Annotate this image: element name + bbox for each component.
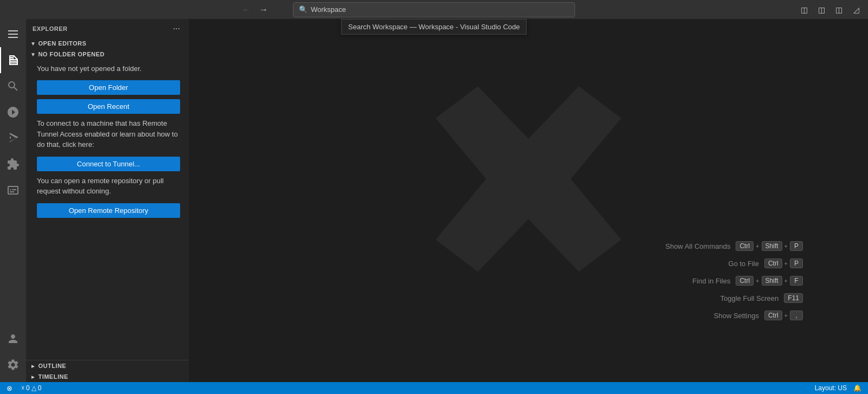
search-text: Workspace [311,5,569,14]
key-f-2: F [790,276,803,286]
key-ctrl-0: Ctrl [736,241,754,251]
activity-remote[interactable] [0,177,26,203]
open-folder-button[interactable]: Open Folder [37,80,180,95]
key-comma-4: , [790,311,803,320]
statusbar: ⊗ ☓ 0 △ 0 Layout: US 🔔 [0,382,868,394]
open-editors-header[interactable]: ▼ Open Editors [26,38,189,49]
outline-chevron: ► [30,363,36,369]
key-ctrl-4: Ctrl [764,311,782,320]
activity-extensions[interactable] [0,151,26,177]
shortcut-keys-4: Ctrl + , [764,311,803,320]
no-folder-header[interactable]: ▼ No Folder Opened [26,49,189,60]
no-folder-content: You have not yet opened a folder. Open F… [26,60,189,231]
shortcut-find-in-files: Find in Files Ctrl + Shift + F [643,276,803,286]
open-recent-button[interactable]: Open Recent [37,99,180,114]
shortcut-label-4: Show Settings [672,312,759,320]
command-palette-input[interactable]: 🔍 Workspace [293,2,575,17]
warning-count: 0 [38,384,42,392]
layout-button-3[interactable]: ◫ [831,2,846,17]
timeline-label: Timeline [38,373,68,380]
statusbar-right: Layout: US 🔔 [813,384,864,392]
open-editors-chevron: ▼ [30,41,36,47]
activity-search[interactable] [0,73,26,99]
key-plus-3: + [756,277,759,284]
timeline-chevron: ► [30,374,36,380]
shortcut-keys-2: Ctrl + Shift + F [736,276,803,286]
search-icon: 🔍 [299,5,308,14]
layout-button-2[interactable]: ◫ [814,2,829,17]
shortcut-keys-3: F11 [784,293,803,303]
nav-buttons: ← → [239,2,271,17]
remote-icon: ⊗ [7,384,12,392]
activity-menu[interactable] [0,21,26,47]
shortcuts-panel: Show All Commands Ctrl + Shift + P Go to… [643,241,803,328]
shortcut-toggle-fullscreen: Toggle Full Screen F11 [643,293,803,303]
sidebar-header: Explorer ··· [26,19,189,38]
outline-section[interactable]: ► Outline [26,360,189,371]
layout-label: Layout: US [815,384,847,392]
activity-bar [0,19,26,382]
warning-icon: △ [31,384,36,392]
key-plus-5: + [784,312,788,319]
key-shift-2: Shift [762,276,782,286]
activity-bottom [0,326,26,382]
sidebar-more-button[interactable]: ··· [171,23,182,35]
key-f11: F11 [784,293,803,303]
key-plus-1: + [784,243,788,249]
shortcut-label-1: Go to File [672,260,759,268]
activity-account[interactable] [0,326,26,352]
editor-area: Show All Commands Ctrl + Shift + P Go to… [189,19,868,382]
layout-button-1[interactable]: ◫ [796,2,812,17]
statusbar-remote[interactable]: ⊗ [4,384,15,392]
shortcut-label-2: Find in Files [643,277,730,285]
search-tooltip: Search Workspace — Workspace - Visual St… [341,19,527,35]
activity-explorer[interactable] [0,47,26,73]
no-folder-chevron: ▼ [30,51,36,57]
connect-tunnel-button[interactable]: Connect to Tunnel... [37,157,180,171]
shortcut-show-all-commands: Show All Commands Ctrl + Shift + P [643,241,803,251]
error-count: 0 [26,384,30,392]
shortcut-keys-0: Ctrl + Shift + P [736,241,803,251]
key-ctrl-1: Ctrl [764,259,782,268]
open-editors-label: Open Editors [38,40,86,47]
key-p-0: P [790,241,803,251]
shortcut-go-to-file: Go to File Ctrl + P [643,259,803,268]
key-p-1: P [790,259,803,268]
svg-rect-2 [8,37,18,38]
key-shift-0: Shift [762,241,782,251]
shortcut-label-3: Toggle Full Screen [692,294,778,302]
statusbar-notification[interactable]: 🔔 [851,384,864,392]
shortcut-label-0: Show All Commands [643,242,730,250]
shortcut-keys-1: Ctrl + P [764,259,803,268]
sidebar-title: Explorer [33,25,68,32]
key-ctrl-2: Ctrl [736,276,754,286]
timeline-section[interactable]: ► Timeline [26,371,189,382]
outline-label: Outline [38,363,66,369]
remote-tunnel-text: To connect to a machine that has Remote … [37,118,180,150]
activity-settings[interactable] [0,352,26,378]
back-button[interactable]: ← [239,2,254,17]
svg-rect-1 [8,34,18,35]
no-folder-label: No Folder Opened [38,51,104,57]
bell-icon: 🔔 [853,384,861,392]
window-controls: ◫ ◫ ◫ ◿ [796,2,864,17]
titlebar: ← → 🔍 Workspace Search Workspace — Works… [0,0,868,19]
activity-run[interactable] [0,125,26,151]
shortcut-show-settings: Show Settings Ctrl + , [643,311,803,320]
key-plus-0: + [756,243,759,249]
open-remote-repo-button[interactable]: Open Remote Repository [37,203,180,218]
sidebar-content: ▼ Open Editors ▼ No Folder Opened You ha… [26,38,189,360]
statusbar-layout[interactable]: Layout: US [813,384,849,392]
key-plus-2: + [784,260,788,267]
statusbar-errors[interactable]: ☓ 0 △ 0 [19,384,43,392]
remote-repo-description: You can open a remote repository or pull… [37,176,180,197]
main-layout: Explorer ··· ▼ Open Editors ▼ No Folder … [0,19,868,382]
key-plus-4: + [784,277,788,284]
forward-button[interactable]: → [256,2,271,17]
error-icon: ☓ [21,384,24,392]
vscode-watermark [425,76,631,283]
sidebar-footer: ► Outline ► Timeline [26,360,189,382]
activity-source-control[interactable] [0,99,26,125]
svg-rect-0 [8,30,18,31]
fullscreen-button[interactable]: ◿ [848,2,864,17]
